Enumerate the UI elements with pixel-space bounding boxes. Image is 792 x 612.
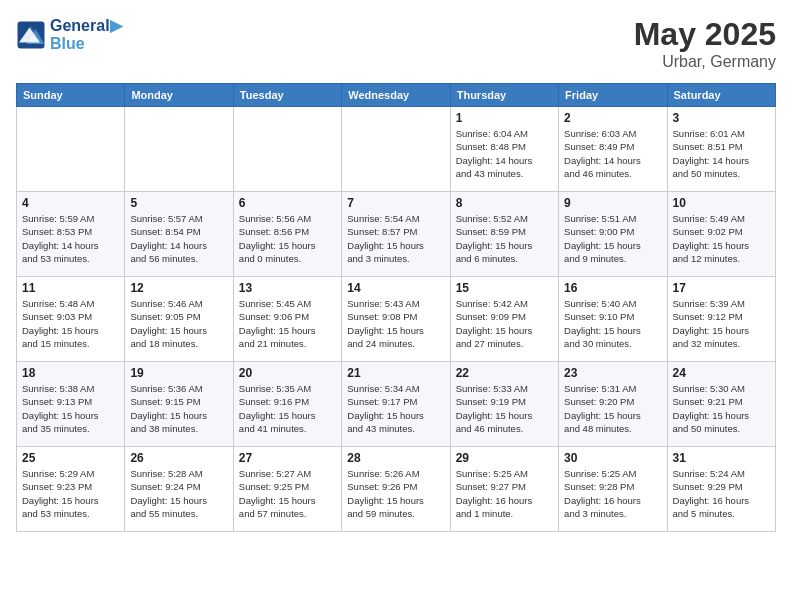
- calendar-cell: 18Sunrise: 5:38 AM Sunset: 9:13 PM Dayli…: [17, 362, 125, 447]
- calendar-cell: 31Sunrise: 5:24 AM Sunset: 9:29 PM Dayli…: [667, 447, 775, 532]
- day-number: 18: [22, 366, 119, 380]
- day-number: 23: [564, 366, 661, 380]
- calendar-cell: 2Sunrise: 6:03 AM Sunset: 8:49 PM Daylig…: [559, 107, 667, 192]
- day-number: 15: [456, 281, 553, 295]
- day-info: Sunrise: 5:36 AM Sunset: 9:15 PM Dayligh…: [130, 382, 227, 435]
- day-number: 5: [130, 196, 227, 210]
- day-info: Sunrise: 6:04 AM Sunset: 8:48 PM Dayligh…: [456, 127, 553, 180]
- day-number: 8: [456, 196, 553, 210]
- day-number: 25: [22, 451, 119, 465]
- logo: General▶ Blue: [16, 16, 122, 53]
- day-info: Sunrise: 6:01 AM Sunset: 8:51 PM Dayligh…: [673, 127, 770, 180]
- day-number: 2: [564, 111, 661, 125]
- calendar-cell: 8Sunrise: 5:52 AM Sunset: 8:59 PM Daylig…: [450, 192, 558, 277]
- day-number: 30: [564, 451, 661, 465]
- day-info: Sunrise: 5:25 AM Sunset: 9:27 PM Dayligh…: [456, 467, 553, 520]
- weekday-header-wednesday: Wednesday: [342, 84, 450, 107]
- day-number: 16: [564, 281, 661, 295]
- calendar-cell: 26Sunrise: 5:28 AM Sunset: 9:24 PM Dayli…: [125, 447, 233, 532]
- calendar-cell: [342, 107, 450, 192]
- calendar-cell: [17, 107, 125, 192]
- calendar-cell: 13Sunrise: 5:45 AM Sunset: 9:06 PM Dayli…: [233, 277, 341, 362]
- day-info: Sunrise: 5:59 AM Sunset: 8:53 PM Dayligh…: [22, 212, 119, 265]
- day-info: Sunrise: 5:24 AM Sunset: 9:29 PM Dayligh…: [673, 467, 770, 520]
- day-number: 10: [673, 196, 770, 210]
- day-info: Sunrise: 5:39 AM Sunset: 9:12 PM Dayligh…: [673, 297, 770, 350]
- calendar-cell: 3Sunrise: 6:01 AM Sunset: 8:51 PM Daylig…: [667, 107, 775, 192]
- day-number: 7: [347, 196, 444, 210]
- calendar-cell: 14Sunrise: 5:43 AM Sunset: 9:08 PM Dayli…: [342, 277, 450, 362]
- weekday-header-friday: Friday: [559, 84, 667, 107]
- day-info: Sunrise: 5:34 AM Sunset: 9:17 PM Dayligh…: [347, 382, 444, 435]
- calendar-cell: 30Sunrise: 5:25 AM Sunset: 9:28 PM Dayli…: [559, 447, 667, 532]
- calendar-cell: 11Sunrise: 5:48 AM Sunset: 9:03 PM Dayli…: [17, 277, 125, 362]
- day-info: Sunrise: 5:51 AM Sunset: 9:00 PM Dayligh…: [564, 212, 661, 265]
- day-info: Sunrise: 5:54 AM Sunset: 8:57 PM Dayligh…: [347, 212, 444, 265]
- day-info: Sunrise: 5:31 AM Sunset: 9:20 PM Dayligh…: [564, 382, 661, 435]
- day-info: Sunrise: 5:26 AM Sunset: 9:26 PM Dayligh…: [347, 467, 444, 520]
- day-number: 12: [130, 281, 227, 295]
- day-number: 11: [22, 281, 119, 295]
- calendar-cell: 16Sunrise: 5:40 AM Sunset: 9:10 PM Dayli…: [559, 277, 667, 362]
- calendar-cell: 17Sunrise: 5:39 AM Sunset: 9:12 PM Dayli…: [667, 277, 775, 362]
- week-row-2: 4Sunrise: 5:59 AM Sunset: 8:53 PM Daylig…: [17, 192, 776, 277]
- day-number: 24: [673, 366, 770, 380]
- page-header: General▶ Blue May 2025 Urbar, Germany: [16, 16, 776, 71]
- day-number: 31: [673, 451, 770, 465]
- calendar-cell: [233, 107, 341, 192]
- calendar-cell: [125, 107, 233, 192]
- day-info: Sunrise: 5:35 AM Sunset: 9:16 PM Dayligh…: [239, 382, 336, 435]
- day-number: 27: [239, 451, 336, 465]
- day-number: 1: [456, 111, 553, 125]
- weekday-header-sunday: Sunday: [17, 84, 125, 107]
- calendar-cell: 22Sunrise: 5:33 AM Sunset: 9:19 PM Dayli…: [450, 362, 558, 447]
- calendar-cell: 20Sunrise: 5:35 AM Sunset: 9:16 PM Dayli…: [233, 362, 341, 447]
- day-info: Sunrise: 5:38 AM Sunset: 9:13 PM Dayligh…: [22, 382, 119, 435]
- day-number: 6: [239, 196, 336, 210]
- logo-icon: [16, 20, 46, 50]
- calendar-cell: 25Sunrise: 5:29 AM Sunset: 9:23 PM Dayli…: [17, 447, 125, 532]
- day-info: Sunrise: 5:45 AM Sunset: 9:06 PM Dayligh…: [239, 297, 336, 350]
- day-info: Sunrise: 5:48 AM Sunset: 9:03 PM Dayligh…: [22, 297, 119, 350]
- day-info: Sunrise: 5:27 AM Sunset: 9:25 PM Dayligh…: [239, 467, 336, 520]
- calendar-cell: 15Sunrise: 5:42 AM Sunset: 9:09 PM Dayli…: [450, 277, 558, 362]
- day-info: Sunrise: 5:40 AM Sunset: 9:10 PM Dayligh…: [564, 297, 661, 350]
- calendar-cell: 21Sunrise: 5:34 AM Sunset: 9:17 PM Dayli…: [342, 362, 450, 447]
- day-number: 4: [22, 196, 119, 210]
- logo-text: General▶ Blue: [50, 16, 122, 53]
- day-number: 29: [456, 451, 553, 465]
- day-info: Sunrise: 5:25 AM Sunset: 9:28 PM Dayligh…: [564, 467, 661, 520]
- day-info: Sunrise: 5:46 AM Sunset: 9:05 PM Dayligh…: [130, 297, 227, 350]
- day-number: 13: [239, 281, 336, 295]
- day-info: Sunrise: 5:28 AM Sunset: 9:24 PM Dayligh…: [130, 467, 227, 520]
- calendar-cell: 7Sunrise: 5:54 AM Sunset: 8:57 PM Daylig…: [342, 192, 450, 277]
- day-number: 17: [673, 281, 770, 295]
- month-title: May 2025: [634, 16, 776, 53]
- day-number: 28: [347, 451, 444, 465]
- week-row-3: 11Sunrise: 5:48 AM Sunset: 9:03 PM Dayli…: [17, 277, 776, 362]
- calendar-cell: 24Sunrise: 5:30 AM Sunset: 9:21 PM Dayli…: [667, 362, 775, 447]
- day-number: 26: [130, 451, 227, 465]
- week-row-5: 25Sunrise: 5:29 AM Sunset: 9:23 PM Dayli…: [17, 447, 776, 532]
- calendar-table: SundayMondayTuesdayWednesdayThursdayFrid…: [16, 83, 776, 532]
- week-row-1: 1Sunrise: 6:04 AM Sunset: 8:48 PM Daylig…: [17, 107, 776, 192]
- day-info: Sunrise: 5:33 AM Sunset: 9:19 PM Dayligh…: [456, 382, 553, 435]
- day-info: Sunrise: 5:42 AM Sunset: 9:09 PM Dayligh…: [456, 297, 553, 350]
- day-number: 14: [347, 281, 444, 295]
- week-row-4: 18Sunrise: 5:38 AM Sunset: 9:13 PM Dayli…: [17, 362, 776, 447]
- weekday-header-monday: Monday: [125, 84, 233, 107]
- day-info: Sunrise: 5:30 AM Sunset: 9:21 PM Dayligh…: [673, 382, 770, 435]
- day-number: 3: [673, 111, 770, 125]
- calendar-cell: 5Sunrise: 5:57 AM Sunset: 8:54 PM Daylig…: [125, 192, 233, 277]
- calendar-cell: 28Sunrise: 5:26 AM Sunset: 9:26 PM Dayli…: [342, 447, 450, 532]
- calendar-cell: 19Sunrise: 5:36 AM Sunset: 9:15 PM Dayli…: [125, 362, 233, 447]
- day-info: Sunrise: 5:57 AM Sunset: 8:54 PM Dayligh…: [130, 212, 227, 265]
- calendar-cell: 27Sunrise: 5:27 AM Sunset: 9:25 PM Dayli…: [233, 447, 341, 532]
- calendar-cell: 29Sunrise: 5:25 AM Sunset: 9:27 PM Dayli…: [450, 447, 558, 532]
- location: Urbar, Germany: [634, 53, 776, 71]
- calendar-cell: 6Sunrise: 5:56 AM Sunset: 8:56 PM Daylig…: [233, 192, 341, 277]
- weekday-header-tuesday: Tuesday: [233, 84, 341, 107]
- calendar-cell: 1Sunrise: 6:04 AM Sunset: 8:48 PM Daylig…: [450, 107, 558, 192]
- day-info: Sunrise: 5:49 AM Sunset: 9:02 PM Dayligh…: [673, 212, 770, 265]
- weekday-header-saturday: Saturday: [667, 84, 775, 107]
